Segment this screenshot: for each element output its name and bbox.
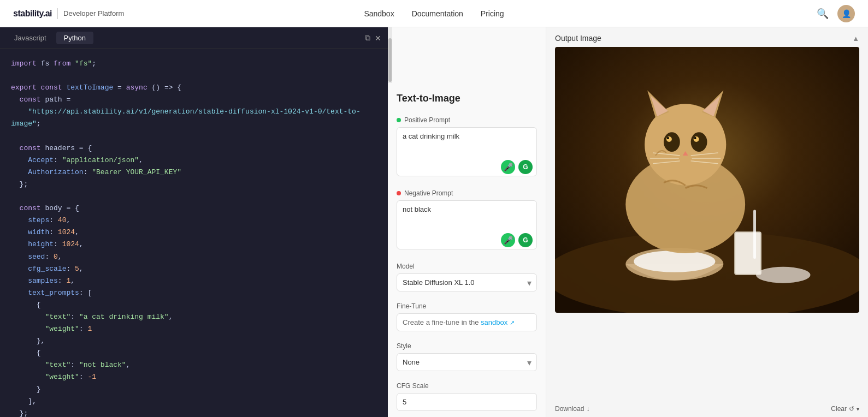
chevron-down-icon: ▾: [857, 406, 859, 412]
svg-point-17: [694, 137, 696, 139]
svg-point-14: [666, 136, 672, 142]
svg-point-3: [634, 251, 715, 272]
code-editor: import fs from "fs"; export const textTo…: [0, 49, 388, 417]
code-line: "weight": -1: [11, 371, 377, 383]
output-image: [555, 47, 859, 313]
fine-tune-label: Fine-Tune: [397, 302, 537, 310]
style-label: Style: [397, 342, 537, 350]
cfg-scale-input[interactable]: [397, 393, 537, 411]
svg-rect-25: [753, 210, 756, 259]
negative-prompt-section: Negative Prompt <span class="neg-selecte…: [388, 184, 546, 257]
header-divider: [57, 8, 58, 19]
code-line: samples: 1,: [11, 275, 377, 287]
tab-python[interactable]: Python: [56, 32, 93, 44]
code-line: "https://api.stability.ai/v1/generation/…: [11, 106, 377, 130]
svg-point-12: [664, 132, 680, 152]
page-title: Text-to-Image: [388, 83, 546, 111]
code-line: Accept: "application/json",: [11, 154, 377, 166]
code-line: };: [11, 408, 377, 417]
fine-tune-box: Create a fine-tune in the sandbox ↗: [397, 313, 537, 331]
model-label: Model: [397, 263, 537, 270]
positive-dot: [397, 118, 401, 122]
positive-prompt-label: Positive Prompt: [397, 116, 537, 124]
code-tabs-bar: Javascript Python ⧉ ✕: [0, 27, 388, 49]
style-select[interactable]: None Enhance Anime Photographic: [397, 353, 537, 371]
platform-label: Developer Platform: [63, 9, 124, 17]
code-line: const headers = {: [11, 142, 377, 154]
form-panel: Text-to-Image Positive Prompt a cat drin…: [388, 27, 546, 417]
search-button[interactable]: 🔍: [817, 8, 829, 20]
negative-dot: [397, 191, 401, 195]
svg-point-15: [694, 136, 699, 142]
main-nav: Sandbox Documentation Pricing: [364, 9, 504, 18]
output-footer: Download ↓ Clear ↺ ▾: [546, 401, 868, 417]
logo-area: stability.ai Developer Platform: [13, 8, 124, 19]
output-collapse-icon[interactable]: ▲: [852, 34, 859, 43]
code-line: seed: 0,: [11, 251, 377, 263]
code-line: };: [11, 178, 377, 190]
positive-prompt-section: Positive Prompt a cat drinking milk 🎤 G: [388, 111, 546, 184]
svg-point-16: [667, 137, 669, 139]
code-line: {: [11, 299, 377, 311]
nav-sandbox[interactable]: Sandbox: [364, 9, 394, 18]
clear-icon: ↺: [849, 405, 854, 413]
negative-grammarly-icon[interactable]: G: [518, 233, 533, 247]
nav-pricing[interactable]: Pricing: [481, 9, 504, 18]
svg-point-26: [756, 267, 810, 283]
code-tab-group: Javascript Python: [7, 32, 93, 44]
code-line: export const textToImage = async () => {: [11, 82, 377, 94]
output-title: Output Image: [555, 34, 601, 43]
style-section: Style None Enhance Anime Photographic: [388, 337, 546, 377]
svg-point-13: [691, 132, 707, 152]
clear-action[interactable]: Clear ↺ ▾: [831, 405, 859, 413]
close-code-button[interactable]: ✕: [375, 33, 381, 43]
negative-prompt-icons: 🎤 G: [501, 233, 533, 247]
fine-tune-section: Fine-Tune Create a fine-tune in the sand…: [388, 297, 546, 337]
model-section: Model Stable Diffusion XL 1.0 Stable Dif…: [388, 257, 546, 297]
code-line: "weight": 1: [11, 323, 377, 335]
grammarly-icon[interactable]: G: [518, 160, 533, 174]
code-line: height: 1024,: [11, 239, 377, 251]
logo: stability.ai: [13, 9, 52, 19]
cfg-scale-label: CFG Scale: [397, 382, 537, 390]
output-image-container: [546, 47, 868, 401]
app-header: stability.ai Developer Platform Sandbox …: [0, 0, 868, 27]
code-line: cfg_scale: 5,: [11, 263, 377, 275]
negative-prompt-label: Negative Prompt: [397, 189, 537, 197]
negative-voice-icon[interactable]: 🎤: [501, 233, 515, 247]
scrollbar-indicator: [388, 27, 392, 83]
code-panel: Javascript Python ⧉ ✕ import fs from "fs…: [0, 27, 388, 417]
external-link-icon: ↗: [510, 319, 515, 326]
code-line: const path =: [11, 94, 377, 106]
style-select-wrapper: None Enhance Anime Photographic: [397, 353, 537, 371]
user-avatar[interactable]: 👤: [837, 5, 855, 22]
code-line: }: [11, 384, 377, 396]
code-line: text_prompts: [: [11, 287, 377, 299]
code-line: import fs from "fs";: [11, 58, 377, 70]
download-icon: ↓: [586, 405, 589, 413]
cfg-scale-section: CFG Scale: [388, 377, 546, 416]
scrollbar-thumb: [388, 38, 392, 82]
model-select-wrapper: Stable Diffusion XL 1.0 Stable Diffusion…: [397, 273, 537, 291]
tab-javascript[interactable]: Javascript: [7, 32, 54, 44]
code-line: ],: [11, 396, 377, 408]
output-header: Output Image ▲: [546, 27, 868, 47]
svg-rect-5: [735, 233, 760, 274]
positive-prompt-wrapper: a cat drinking milk 🎤 G: [397, 127, 537, 178]
negative-prompt-wrapper: <span class="neg-selected">not black</sp…: [397, 200, 537, 252]
main-layout: Javascript Python ⧉ ✕ import fs from "fs…: [0, 27, 868, 417]
header-actions: 🔍 👤: [817, 5, 855, 22]
code-line: {: [11, 347, 377, 359]
output-panel: Output Image ▲: [546, 27, 868, 417]
code-line: const body = {: [11, 202, 377, 215]
download-action[interactable]: Download ↓: [555, 405, 589, 413]
code-line: steps: 40,: [11, 215, 377, 227]
nav-documentation[interactable]: Documentation: [412, 9, 463, 18]
sandbox-link[interactable]: sandbox ↗: [481, 318, 515, 326]
copy-code-button[interactable]: ⧉: [365, 33, 370, 43]
voice-icon[interactable]: 🎤: [501, 160, 515, 174]
code-line: },: [11, 335, 377, 347]
code-line: "text": "a cat drinking milk",: [11, 311, 377, 323]
code-line: width: 1024,: [11, 227, 377, 239]
model-select[interactable]: Stable Diffusion XL 1.0 Stable Diffusion…: [397, 273, 537, 291]
